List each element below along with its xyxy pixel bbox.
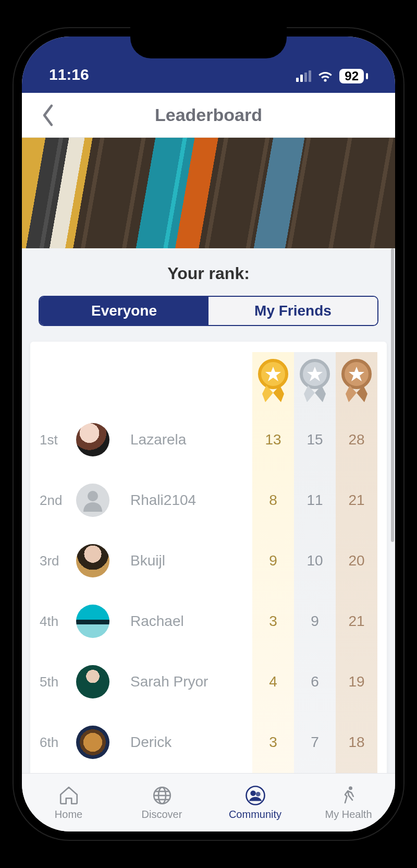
avatar[interactable] (76, 484, 109, 517)
nav-discover[interactable]: Discover (115, 774, 208, 831)
status-right: 92 (296, 69, 368, 83)
community-icon (244, 785, 266, 806)
player-name: Lazarela (121, 431, 252, 448)
svg-point-24 (255, 792, 260, 797)
leaderboard-row[interactable]: 6th Derick 3 7 18 (30, 712, 387, 773)
battery-indicator: 92 (339, 69, 368, 83)
nav-label: Community (229, 809, 281, 821)
status-time: 11:16 (49, 66, 89, 83)
avatar[interactable] (76, 605, 109, 638)
silver-score: 10 (294, 552, 336, 569)
phone-notch (130, 27, 287, 58)
leaderboard-row[interactable]: 4th Rachael 3 9 21 (30, 591, 387, 652)
gold-score: 4 (252, 673, 294, 690)
chevron-left-icon (41, 103, 55, 127)
walk-icon (338, 785, 360, 806)
nav-community[interactable]: Community (208, 774, 302, 831)
leaderboard-row[interactable]: 1st Lazarela 13 15 28 (30, 409, 387, 470)
nav-home[interactable]: Home (22, 774, 115, 831)
leaderboard-row[interactable]: 5th Sarah Pryor 4 6 19 (30, 652, 387, 712)
leaderboard-row[interactable]: 2nd Rhali2104 8 11 21 (30, 470, 387, 531)
silver-score: 6 (294, 673, 336, 690)
leaderboard-row[interactable]: 7th Jaclyn Pace 2 7 16 (30, 773, 387, 773)
globe-icon (151, 785, 173, 806)
wifi-icon (317, 70, 333, 82)
silver-score: 9 (294, 613, 336, 630)
home-icon (58, 785, 80, 806)
avatar[interactable] (76, 423, 109, 456)
tab-everyone[interactable]: Everyone (40, 297, 208, 325)
segmented-control: Everyone My Friends (39, 296, 378, 326)
screen: 11:16 92 (22, 37, 395, 831)
player-name: Rhali2104 (121, 492, 252, 509)
player-name: Sarah Pryor (121, 673, 252, 690)
avatar[interactable] (76, 544, 109, 577)
medal-header (30, 352, 387, 409)
player-name: Derick (121, 734, 252, 751)
player-name: Bkuijl (121, 552, 252, 569)
rank-position: 1st (40, 432, 76, 448)
gold-score: 13 (252, 431, 294, 448)
nav-label: Discover (142, 809, 182, 821)
avatar[interactable] (76, 665, 109, 698)
svg-point-25 (349, 787, 352, 790)
person-placeholder-icon (80, 488, 105, 513)
bronze-score: 19 (336, 673, 377, 690)
nav-label: Home (55, 809, 82, 821)
gold-score: 3 (252, 734, 294, 751)
bronze-medal-icon (336, 358, 377, 405)
leaderboard-row[interactable]: 3rd Bkuijl 9 10 20 (30, 531, 387, 591)
bronze-score: 20 (336, 552, 377, 569)
rank-position: 5th (40, 674, 76, 690)
rank-position: 3rd (40, 553, 76, 569)
bronze-score: 21 (336, 492, 377, 509)
bronze-score: 28 (336, 431, 377, 448)
gold-medal-icon (252, 358, 294, 405)
svg-point-0 (324, 79, 327, 81)
cellular-signal-icon (296, 70, 311, 82)
home-indicator[interactable] (136, 831, 281, 837)
back-button[interactable] (32, 100, 64, 131)
silver-score: 15 (294, 431, 336, 448)
your-rank-label: Your rank: (24, 248, 393, 296)
phone-frame: 11:16 92 (13, 27, 404, 841)
gold-score: 8 (252, 492, 294, 509)
hero-image (22, 138, 395, 248)
bottom-nav: Home Discover Communi (22, 773, 395, 831)
avatar[interactable] (76, 726, 109, 759)
nav-label: My Health (325, 809, 372, 821)
battery-level: 92 (339, 69, 364, 83)
content-scroll[interactable]: Your rank: Everyone My Friends (22, 248, 395, 773)
rank-position: 2nd (40, 492, 76, 509)
gold-score: 9 (252, 552, 294, 569)
scrollbar[interactable] (391, 248, 394, 542)
bronze-score: 21 (336, 613, 377, 630)
svg-point-23 (250, 790, 256, 796)
silver-score: 11 (294, 492, 336, 509)
app-header: Leaderboard (22, 93, 395, 138)
svg-point-22 (246, 787, 264, 805)
bronze-score: 18 (336, 734, 377, 751)
tab-my-friends[interactable]: My Friends (208, 297, 377, 325)
player-name: Rachael (121, 613, 252, 630)
svg-point-16 (88, 491, 98, 501)
gold-score: 3 (252, 613, 294, 630)
rank-position: 4th (40, 613, 76, 630)
page-title: Leaderboard (22, 105, 395, 125)
silver-score: 7 (294, 734, 336, 751)
nav-my-health[interactable]: My Health (302, 774, 395, 831)
silver-medal-icon (294, 358, 336, 405)
leaderboard-card: 1st Lazarela 13 15 28 2nd Rhali2104 8 11… (30, 342, 387, 773)
rank-position: 6th (40, 734, 76, 751)
